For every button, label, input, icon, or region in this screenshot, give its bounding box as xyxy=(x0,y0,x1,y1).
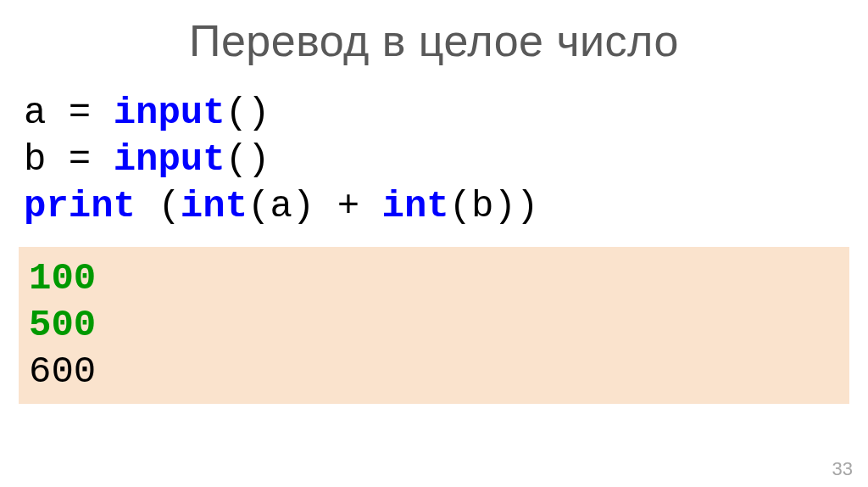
output-box: 100 500 600 xyxy=(19,247,849,404)
code-line2-b: b = xyxy=(24,138,114,181)
code-line2-input: input xyxy=(114,138,225,181)
code-line1-tail: () xyxy=(225,92,270,134)
output-input-2: 500 xyxy=(29,302,841,349)
code-line3-int1: int xyxy=(181,185,248,227)
code-line3-mid2: (b)) xyxy=(449,185,539,227)
slide-title: Перевод в целое число xyxy=(0,15,868,66)
code-block: a = input() b = input() print (int(a) + … xyxy=(24,90,868,230)
output-result: 600 xyxy=(29,349,841,395)
output-input-1: 100 xyxy=(29,255,841,302)
code-line3-space: ( xyxy=(136,185,181,227)
code-line-2: b = input() xyxy=(24,138,270,181)
code-line2-tail: () xyxy=(225,138,270,181)
code-line1-input: input xyxy=(114,92,225,134)
code-line-3: print (int(a) + int(b)) xyxy=(24,185,538,227)
code-line3-print: print xyxy=(24,185,136,227)
code-line3-mid1: (a) + xyxy=(248,185,381,227)
code-line1-a: a = xyxy=(24,92,114,134)
code-line3-int2: int xyxy=(382,185,449,227)
page-number: 33 xyxy=(832,458,853,480)
code-line-1: a = input() xyxy=(24,92,270,134)
